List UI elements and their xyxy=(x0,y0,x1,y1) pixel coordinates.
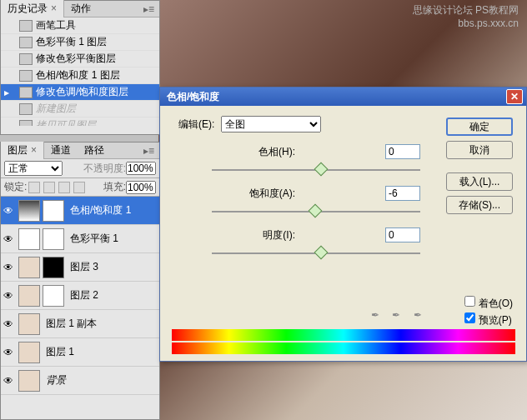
layer-thumb xyxy=(18,257,40,278)
tab-layers[interactable]: 图层× xyxy=(1,142,44,159)
tab-paths[interactable]: 路径 xyxy=(78,142,111,159)
close-button[interactable]: ✕ xyxy=(506,89,523,104)
layer-row[interactable]: 👁图层 3 xyxy=(1,253,159,282)
visibility-icon[interactable]: 👁 xyxy=(1,347,16,358)
layer-name: 色相/饱和度 1 xyxy=(67,203,159,218)
history-item[interactable]: 拷贝可见图层 xyxy=(1,118,159,126)
layer-thumb xyxy=(18,342,40,363)
hue-label: 色相(H): xyxy=(212,145,295,159)
layer-row[interactable]: 👁色彩平衡 1 xyxy=(1,225,159,253)
lock-position-icon[interactable] xyxy=(43,182,55,193)
lock-transparency-icon[interactable] xyxy=(73,182,85,193)
hue-slider[interactable] xyxy=(212,162,420,178)
hue-saturation-dialog: 色相/饱和度 ✕ 编辑(E): 全图 色相(H): 饱和度(A): 明度(I):… xyxy=(159,87,527,362)
edit-select[interactable]: 全图 xyxy=(221,116,321,132)
history-item[interactable]: 修改色彩平衡图层 xyxy=(1,51,159,68)
layer-mask xyxy=(43,228,64,250)
layer-name: 图层 1 副本 xyxy=(43,317,159,331)
history-item[interactable]: 新建图层 xyxy=(1,101,159,118)
layer-name: 图层 3 xyxy=(67,260,159,274)
panel-menu-icon[interactable]: ▸≡ xyxy=(138,3,159,15)
lightness-input[interactable] xyxy=(385,228,420,242)
history-list: 画笔工具 色彩平衡 1 图层 修改色彩平衡图层 色相/饱和度 1 图层 ▸修改色… xyxy=(1,18,159,126)
blend-mode-select[interactable]: 正常 xyxy=(4,161,63,176)
layer-row[interactable]: 👁色相/饱和度 1 xyxy=(1,197,159,225)
eyedropper-icon[interactable]: ✒ xyxy=(371,309,384,322)
spectrum-bar-top xyxy=(172,329,515,341)
history-item[interactable]: 画笔工具 xyxy=(1,18,159,34)
history-panel: 历史记录× 动作 ▸≡ 画笔工具 色彩平衡 1 图层 修改色彩平衡图层 色相/饱… xyxy=(0,0,160,135)
lock-fill-row: 锁定: 填充: xyxy=(1,178,159,197)
opacity-input[interactable] xyxy=(126,162,156,175)
edit-label: 编辑(E): xyxy=(178,118,214,132)
cancel-button[interactable]: 取消 xyxy=(446,141,513,159)
colorize-checkbox[interactable]: 着色(O) xyxy=(464,296,513,311)
eyedropper-plus-icon[interactable]: ✒ xyxy=(392,309,405,322)
lock-pixels-icon[interactable] xyxy=(28,182,40,193)
spectrum-bar-bottom xyxy=(172,342,515,354)
visibility-icon[interactable]: 👁 xyxy=(1,318,16,330)
fill-label: 填充: xyxy=(103,180,126,194)
layer-thumb xyxy=(18,370,40,392)
layer-thumb xyxy=(18,200,40,222)
layers-list: 👁色相/饱和度 1 👁色彩平衡 1 👁图层 3 👁图层 2 👁图层 1 副本 👁… xyxy=(1,197,159,407)
visibility-icon[interactable]: 👁 xyxy=(1,233,16,245)
layer-mask xyxy=(43,257,64,278)
fill-input[interactable] xyxy=(126,181,156,194)
close-icon[interactable]: × xyxy=(51,2,57,14)
tab-history[interactable]: 历史记录× xyxy=(1,0,64,18)
close-icon[interactable]: × xyxy=(31,144,37,156)
history-item[interactable]: ▸修改色调/饱和度图层 xyxy=(1,84,159,101)
load-button[interactable]: 载入(L)... xyxy=(446,172,513,191)
layers-panel: 图层× 通道 路径 ▸≡ 正常 不透明度: 锁定: 填充: 👁色相/饱和度 1 … xyxy=(0,142,160,420)
ok-button[interactable]: 确定 xyxy=(446,118,513,136)
eyedropper-tools: ✒ ✒ ✒ xyxy=(369,309,429,322)
saturation-slider[interactable] xyxy=(212,204,420,219)
history-item[interactable]: 色相/饱和度 1 图层 xyxy=(1,68,159,84)
lock-label: 锁定: xyxy=(4,180,27,194)
layer-row[interactable]: 👁图层 2 xyxy=(1,282,159,310)
lock-all-icon[interactable] xyxy=(58,182,70,193)
visibility-icon[interactable]: 👁 xyxy=(1,290,16,302)
blend-opacity-row: 正常 不透明度: xyxy=(1,159,159,178)
saturation-input[interactable] xyxy=(385,186,420,201)
visibility-icon[interactable]: 👁 xyxy=(1,375,16,387)
save-button[interactable]: 存储(S)... xyxy=(446,196,513,214)
hue-input[interactable] xyxy=(385,144,420,159)
history-tabs: 历史记录× 动作 ▸≡ xyxy=(1,1,159,18)
layers-tabs: 图层× 通道 路径 ▸≡ xyxy=(1,142,159,159)
layer-name: 色彩平衡 1 xyxy=(67,232,159,246)
panel-menu-icon[interactable]: ▸≡ xyxy=(138,145,159,157)
layer-mask xyxy=(43,200,64,222)
tab-actions[interactable]: 动作 xyxy=(64,0,98,18)
dialog-titlebar[interactable]: 色相/饱和度 ✕ xyxy=(160,88,526,106)
eyedropper-minus-icon[interactable]: ✒ xyxy=(414,309,427,322)
layer-name: 图层 1 xyxy=(43,345,159,359)
layer-name: 背景 xyxy=(43,373,159,388)
opacity-label: 不透明度: xyxy=(83,162,126,176)
watermark: 思缘设计论坛 PS教程网 bbs.ps.xxx.cn xyxy=(413,3,519,29)
dialog-title: 色相/饱和度 xyxy=(167,90,219,104)
layer-mask xyxy=(43,285,64,307)
tab-channels[interactable]: 通道 xyxy=(44,142,78,159)
layer-row[interactable]: 👁图层 1 xyxy=(1,338,159,367)
visibility-icon[interactable]: 👁 xyxy=(1,205,16,217)
layer-thumb xyxy=(18,313,40,335)
visibility-icon[interactable]: 👁 xyxy=(1,262,16,273)
layer-row[interactable]: 👁图层 1 副本 xyxy=(1,310,159,338)
preview-checkbox[interactable]: 预览(P) xyxy=(464,312,513,328)
lightness-label: 明度(I): xyxy=(212,228,295,242)
lightness-slider[interactable] xyxy=(212,246,420,261)
layer-thumb xyxy=(18,228,40,250)
saturation-label: 饱和度(A): xyxy=(212,187,295,201)
layer-row[interactable]: 👁背景 xyxy=(1,367,159,395)
layer-thumb xyxy=(18,285,40,307)
history-item[interactable]: 色彩平衡 1 图层 xyxy=(1,34,159,51)
layer-name: 图层 2 xyxy=(67,288,159,302)
